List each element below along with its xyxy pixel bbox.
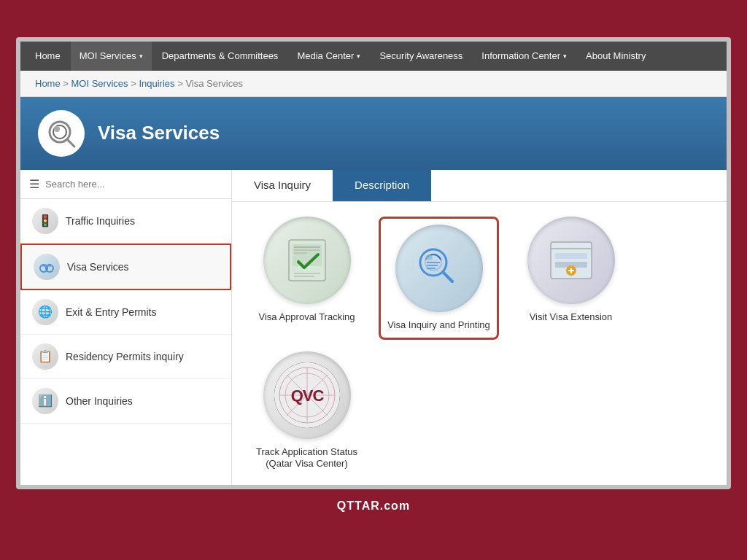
visa-icon xyxy=(34,254,60,280)
svg-rect-7 xyxy=(42,264,45,267)
sidebar-item-residency[interactable]: 📋 Residency Permits inquiry xyxy=(20,335,231,379)
breadcrumb-current: Visa Services xyxy=(185,78,243,89)
approval-icon xyxy=(263,217,351,304)
qvc-svg: QVC xyxy=(271,359,344,432)
hamburger-icon[interactable]: ☰ xyxy=(29,177,39,191)
main-container: Home MOI Services ▾ Departments & Commit… xyxy=(16,37,731,490)
chevron-down-icon: ▾ xyxy=(139,52,143,60)
svg-point-3 xyxy=(54,126,60,132)
nav-info-center[interactable]: Information Center ▾ xyxy=(473,42,576,71)
sidebar-search-bar: ☰ xyxy=(20,170,231,199)
inquiry-icon xyxy=(395,225,483,312)
nav-media-label: Media Center xyxy=(297,50,354,61)
breadcrumb: Home > MOI Services > Inquiries > Visa S… xyxy=(20,71,727,97)
breadcrumb-inquiries[interactable]: Inquiries xyxy=(139,78,174,89)
breadcrumb-sep3: > xyxy=(177,78,185,89)
sidebar-item-other[interactable]: ℹ️ Other Inquiries xyxy=(20,379,231,424)
breadcrumb-home[interactable]: Home xyxy=(35,78,61,89)
nav-home[interactable]: Home xyxy=(26,42,69,71)
svg-line-19 xyxy=(443,272,452,281)
approval-svg xyxy=(278,231,336,289)
chevron-down-icon: ▾ xyxy=(563,52,567,60)
visa-services-icon xyxy=(44,116,79,151)
sidebar-item-exit-entry[interactable]: 🌐 Exit & Entry Permits xyxy=(20,290,231,335)
nav-departments[interactable]: Departments & Committees xyxy=(153,42,287,71)
qvc-label: Track Application Status (Qatar Visa Cen… xyxy=(247,446,367,471)
svg-rect-26 xyxy=(555,253,587,259)
approval-label: Visa Approval Tracking xyxy=(259,311,355,324)
residency-icon: 📋 xyxy=(32,343,58,370)
main-content: Visa Inquiry Description xyxy=(232,170,727,486)
page-title: Visa Services xyxy=(98,122,220,144)
sidebar-other-label: Other Inquiries xyxy=(66,395,133,407)
svg-line-2 xyxy=(67,139,74,147)
breadcrumb-sep: > xyxy=(63,78,71,89)
sidebar-item-traffic[interactable]: 🚦 Traffic Inquiries xyxy=(20,199,231,244)
footer-text: QTTAR.com xyxy=(337,499,410,512)
nav-security[interactable]: Security Awareness xyxy=(371,42,471,71)
page-header: Visa Services xyxy=(20,97,727,170)
page-header-icon xyxy=(38,110,85,157)
qvc-icon: QVC xyxy=(263,351,351,439)
sidebar-item-visa[interactable]: Visa Services xyxy=(20,244,231,290)
content-area: ☰ 🚦 Traffic Inquiries xyxy=(20,170,727,486)
sidebar-visa-label: Visa Services xyxy=(67,261,129,273)
tab-description[interactable]: Description xyxy=(333,170,431,201)
extension-label: Visit Visa Extension xyxy=(530,311,613,324)
other-icon: ℹ️ xyxy=(32,388,58,414)
service-card-qvc[interactable]: QVC Track Application Status (Qatar Visa… xyxy=(247,351,367,471)
nav-media-center[interactable]: Media Center ▾ xyxy=(288,42,369,71)
breadcrumb-sep2: > xyxy=(131,78,139,89)
inquiry-label: Visa Inquiry and Printing xyxy=(387,319,490,332)
tab-visa-inquiry[interactable]: Visa Inquiry xyxy=(232,170,333,201)
breadcrumb-moi[interactable]: MOI Services xyxy=(71,78,128,89)
svg-text:QVC: QVC xyxy=(290,386,324,405)
sidebar-exit-label: Exit & Entry Permits xyxy=(66,306,156,318)
nav-moi-services-label: MOI Services xyxy=(80,50,136,61)
service-card-approval[interactable]: Visa Approval Tracking xyxy=(247,217,367,340)
sidebar-residency-label: Residency Permits inquiry xyxy=(66,351,184,362)
svg-rect-8 xyxy=(48,264,51,267)
extension-icon xyxy=(527,217,615,304)
nav-info-label: Information Center xyxy=(481,50,560,61)
service-card-inquiry[interactable]: Visa Inquiry and Printing xyxy=(379,217,499,340)
sidebar: ☰ 🚦 Traffic Inquiries xyxy=(20,170,232,486)
service-card-extension[interactable]: Visit Visa Extension xyxy=(511,217,631,340)
binoculars-icon xyxy=(38,258,55,276)
navbar: Home MOI Services ▾ Departments & Commit… xyxy=(20,42,727,71)
extension-svg xyxy=(542,231,600,289)
tabs-bar: Visa Inquiry Description xyxy=(232,170,727,202)
footer: QTTAR.com xyxy=(327,489,420,523)
sidebar-traffic-label: Traffic Inquiries xyxy=(66,215,135,227)
chevron-down-icon: ▾ xyxy=(357,52,360,60)
inquiry-svg xyxy=(410,239,468,298)
exit-entry-icon: 🌐 xyxy=(32,299,58,325)
nav-moi-services[interactable]: MOI Services ▾ xyxy=(71,42,152,71)
services-grid: Visa Approval Tracking xyxy=(232,202,727,486)
nav-about[interactable]: About Ministry xyxy=(577,42,654,71)
search-input[interactable] xyxy=(45,179,222,190)
traffic-icon: 🚦 xyxy=(32,208,58,234)
